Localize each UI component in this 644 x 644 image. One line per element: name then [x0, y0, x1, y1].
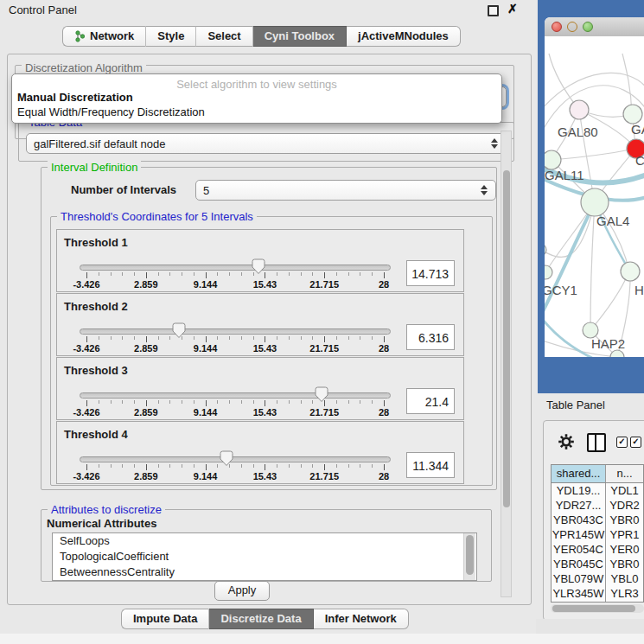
table-row[interactable]: YBL079WYBL0	[552, 571, 643, 586]
dropdown-option-equal-width[interactable]: Equal Width/Frequency Discretization	[17, 105, 205, 118]
tick-label: -3.426	[73, 343, 99, 354]
zoom-light-icon[interactable]	[583, 22, 593, 32]
panel-scrollbar[interactable]	[501, 131, 512, 597]
tab-infer-network[interactable]: Infer Network	[314, 609, 409, 629]
checkbox-checked-icon[interactable]: ✓	[616, 437, 628, 448]
slider-track[interactable]	[80, 392, 391, 399]
threshold-panel-1: Threshold 1-3.4262.8599.14415.4321.71528…	[56, 229, 464, 292]
tick-label: 9.144	[194, 279, 218, 290]
tick-label: 28	[379, 407, 389, 418]
tab-cyni-toolbox[interactable]: Cyni Toolbox	[253, 26, 347, 47]
tick-label: 15.43	[253, 279, 277, 290]
apply-button[interactable]: Apply	[214, 581, 270, 601]
tick-label: 9.144	[194, 343, 218, 354]
num-intervals-combobox[interactable]: 5	[195, 180, 496, 201]
threshold-value[interactable]: 6.316	[406, 324, 455, 350]
network-nodes[interactable]: GAL80GACGAL11GAL4GCY1HHAP2	[545, 100, 644, 357]
threshold-value[interactable]: 21.4	[406, 388, 455, 414]
float-icon[interactable]	[488, 5, 499, 16]
column-header-name[interactable]: n...	[606, 465, 643, 482]
slider-track[interactable]	[80, 456, 391, 462]
table-data-combobox[interactable]: galFiltered.sif default node	[26, 133, 507, 154]
node-label: GAL4	[596, 214, 629, 228]
tick-label: 28	[379, 343, 389, 354]
table-row[interactable]: YDR27...YDR2	[552, 498, 643, 513]
table-row[interactable]: YLR345WYLR3	[552, 586, 643, 601]
tick-label: 15.43	[253, 343, 277, 354]
list-item[interactable]: TopologicalCoefficient	[53, 549, 476, 564]
list-item[interactable]: SelfLoops	[53, 533, 476, 549]
node-label: GCY1	[545, 283, 577, 297]
network-window-frame[interactable]: GAL80GACGAL11GAL4GCY1HHAP2	[538, 0, 644, 393]
tick-label: 15.43	[253, 407, 277, 418]
network-node[interactable]	[610, 350, 624, 357]
close-light-icon[interactable]	[552, 22, 562, 32]
combo-value: 5	[203, 184, 209, 197]
threshold-value[interactable]: 14.713	[406, 260, 455, 286]
table-row[interactable]: YER054CYER0	[552, 542, 643, 557]
slider-thumb[interactable]	[172, 322, 186, 339]
tab-discretize-data[interactable]: Discretize Data	[209, 609, 313, 629]
network-window-titlebar[interactable]	[545, 17, 644, 37]
numerical-attributes-list[interactable]: SelfLoopsTopologicalCoefficientBetweenne…	[52, 532, 477, 581]
slider-thumb[interactable]	[315, 386, 328, 403]
tab-style[interactable]: Style	[146, 26, 196, 47]
tab-impute-data[interactable]: Impute Data	[121, 609, 209, 629]
bottom-tab-bar: Impute Data Discretize Data Infer Networ…	[121, 609, 409, 629]
network-node-gcy1[interactable]	[545, 265, 552, 279]
app-window: Control Panel ✗ Network Style Select Cyn…	[0, 0, 644, 644]
combo-value: galFiltered.sif default node	[34, 137, 165, 150]
slider-track[interactable]	[80, 265, 391, 271]
network-node-gal80[interactable]	[570, 100, 589, 119]
table-header-row: shared... n...	[552, 465, 643, 483]
node-label: GAL80	[558, 124, 598, 139]
slider-ticks	[86, 272, 384, 279]
tab-label: Infer Network	[325, 609, 397, 628]
tab-network[interactable]: Network	[62, 26, 146, 47]
tab-label: Select	[207, 27, 240, 46]
slider-thumb[interactable]	[252, 258, 265, 275]
tab-label: Discretize Data	[220, 609, 301, 628]
dropdown-option-manual[interactable]: Manual Discretization	[17, 91, 133, 104]
tab-label: Style	[157, 27, 184, 46]
group-title: Interval Definition	[48, 161, 141, 174]
tab-jactivemnodules[interactable]: jActiveMNodules	[347, 26, 461, 47]
minimize-light-icon[interactable]	[567, 22, 577, 32]
threshold-label: Threshold 3	[64, 364, 128, 377]
close-icon[interactable]: ✗	[507, 2, 518, 16]
table-row[interactable]: YBR043CYBR0	[552, 513, 643, 527]
node-attribute-table[interactable]: shared... n... YDL19...YDL1YDR27...YDR2Y…	[551, 464, 644, 603]
node-label: GA	[631, 122, 644, 137]
split-columns-icon[interactable]	[587, 433, 606, 452]
network-canvas[interactable]: GAL80GACGAL11GAL4GCY1HHAP2	[545, 36, 644, 357]
tick-label: 21.715	[309, 343, 339, 354]
slider-ticks	[86, 464, 384, 471]
column-header-shared[interactable]: shared...	[552, 465, 606, 482]
algorithm-dropdown-popup: Select algorithm to view settings Manual…	[11, 73, 502, 124]
table-row[interactable]: YBR045CYBR0	[552, 557, 643, 571]
tick-label: 21.715	[309, 407, 339, 418]
network-node-gal4[interactable]	[581, 188, 609, 216]
gear-icon[interactable]	[558, 433, 575, 450]
list-item[interactable]: BetweennessCentrality	[53, 564, 476, 580]
table-hscrollbar[interactable]	[551, 604, 644, 613]
network-node-gal11[interactable]	[545, 150, 561, 169]
network-node-h[interactable]	[621, 262, 640, 281]
table-row[interactable]: YPR145WYPR1	[552, 527, 643, 542]
slider-thumb[interactable]	[220, 450, 233, 467]
table-row[interactable]: YIL052CYIL0	[552, 601, 643, 603]
threshold-label: Threshold 4	[64, 428, 128, 441]
slider-track[interactable]	[80, 328, 391, 335]
tick-label: 2.859	[134, 343, 158, 354]
network-node[interactable]	[545, 244, 546, 256]
numerical-attributes-label: Numerical Attributes	[47, 517, 156, 530]
top-tab-bar: Network Style Select Cyni Toolbox jActiv…	[62, 26, 461, 47]
tab-select[interactable]: Select	[196, 26, 252, 47]
checkbox-checked-icon[interactable]: ✓	[630, 437, 641, 448]
table-row[interactable]: YDL19...YDL1	[552, 483, 643, 498]
tick-label: 9.144	[194, 407, 218, 418]
network-node-ga[interactable]	[623, 105, 642, 124]
node-label: GAL11	[545, 168, 584, 182]
threshold-value[interactable]: 11.344	[406, 452, 455, 478]
list-scrollbar[interactable]	[463, 533, 475, 580]
